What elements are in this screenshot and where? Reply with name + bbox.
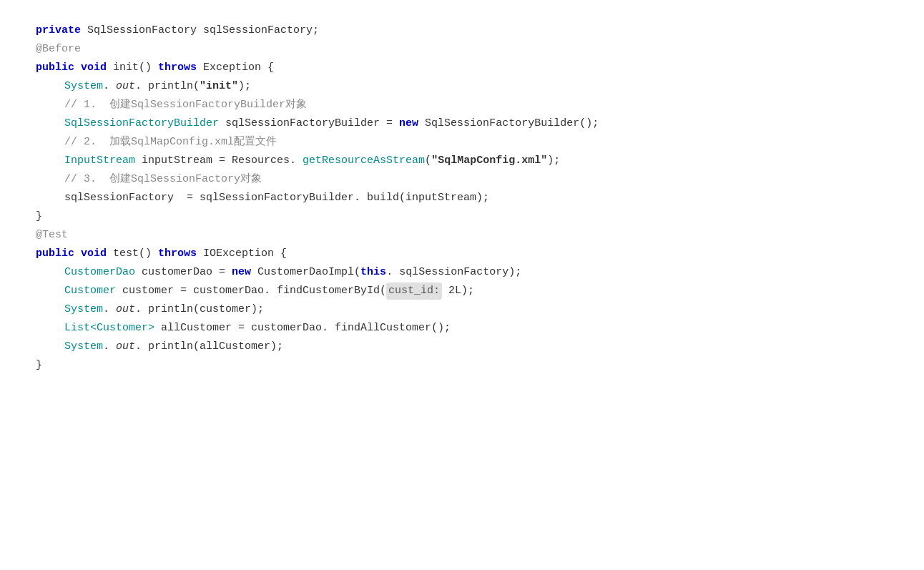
code-token: Customer: [64, 282, 116, 300]
code-token: (: [425, 152, 431, 169]
code-token: // 3. 创建SqlSessionFactory对象: [64, 171, 262, 188]
code-token: sqlSessionFactory;: [203, 22, 319, 39]
code-viewer: private SqlSessionFactory sqlSessionFact…: [21, 14, 924, 570]
code-token: new: [399, 115, 418, 132]
code-line: Customer customer = customerDao. findCus…: [36, 282, 924, 300]
code-token: CustomerDao: [64, 264, 135, 281]
code-token: System: [64, 338, 103, 355]
code-token: void: [81, 59, 107, 77]
code-token: Exception {: [197, 59, 274, 77]
code-token: . sqlSessionFactory);: [386, 264, 521, 281]
code-line: private SqlSessionFactory sqlSessionFact…: [36, 21, 924, 40]
code-line: @Before: [36, 40, 924, 59]
code-line: public void init() throws Exception {: [36, 59, 924, 77]
code-line: List<Customer> allCustomer = customerDao…: [36, 319, 924, 338]
code-token: throws: [158, 59, 197, 77]
code-token: List<Customer>: [64, 320, 154, 337]
code-token: SqlSessionFactoryBuilder: [64, 115, 219, 132]
code-token: out: [116, 78, 135, 95]
code-line: // 3. 创建SqlSessionFactory对象: [36, 170, 924, 189]
code-line: System. out. println("init");: [36, 77, 924, 96]
code-token: }: [36, 357, 42, 374]
code-line: // 1. 创建SqlSessionFactoryBuilder对象: [36, 96, 924, 114]
code-token: . println(customer);: [135, 301, 264, 318]
code-token: allCustomer = customerDao. findAllCustom…: [154, 320, 451, 337]
code-line: System. out. println(customer);: [36, 300, 924, 319]
code-token: [74, 245, 81, 262]
code-token: public: [36, 245, 74, 262]
code-token: CustomerDaoImpl(: [251, 264, 360, 281]
code-token: .: [103, 338, 116, 355]
code-token: customer = customerDao. findCustomerById…: [116, 282, 386, 300]
code-token: void: [81, 245, 107, 262]
code-line: SqlSessionFactoryBuilder sqlSessionFacto…: [36, 114, 924, 133]
code-line: @Test: [36, 226, 924, 245]
code-token: // 2. 加载SqlMapConfig.xml配置文件: [64, 134, 277, 151]
code-token: SqlSessionFactory: [81, 22, 203, 39]
code-token: "SqlMapConfig.xml": [431, 152, 547, 169]
code-line: }: [36, 207, 924, 226]
code-token: "init": [200, 78, 238, 95]
code-token: new: [232, 264, 251, 281]
code-token: . println(allCustomer);: [135, 338, 283, 355]
code-token: customerDao =: [135, 264, 232, 281]
code-line: }: [36, 356, 924, 375]
code-line: CustomerDao customerDao = new CustomerDa…: [36, 263, 924, 282]
code-token: }: [36, 208, 42, 225]
code-token: out: [116, 301, 135, 318]
code-token: InputStream: [64, 152, 135, 169]
code-token: SqlSessionFactoryBuilder();: [418, 115, 599, 132]
code-line: sqlSessionFactory = sqlSessionFactoryBui…: [36, 189, 924, 207]
code-token: sqlSessionFactory = sqlSessionFactoryBui…: [64, 190, 489, 207]
code-token: System: [64, 301, 103, 318]
code-token: System: [64, 78, 103, 95]
code-token: );: [238, 78, 251, 95]
code-token: // 1. 创建SqlSessionFactoryBuilder对象: [64, 97, 307, 114]
code-token: 2L);: [442, 282, 474, 300]
code-token: . println(: [135, 78, 200, 95]
code-token: throws: [158, 245, 197, 262]
code-line: public void test() throws IOException {: [36, 245, 924, 263]
code-token: .: [103, 301, 116, 318]
code-token: @Test: [36, 227, 68, 244]
code-token: cust_id:: [386, 282, 442, 300]
code-token: sqlSessionFactoryBuilder =: [219, 115, 399, 132]
code-token: getResourceAsStream: [303, 152, 425, 169]
code-token: [74, 59, 81, 77]
code-token: private: [36, 22, 81, 39]
code-token: inputStream = Resources.: [135, 152, 303, 169]
code-token: test(): [107, 245, 158, 262]
code-token: public: [36, 59, 74, 77]
code-line: // 2. 加载SqlMapConfig.xml配置文件: [36, 133, 924, 152]
code-token: .: [103, 78, 116, 95]
code-token: this: [360, 264, 386, 281]
code-token: @Before: [36, 41, 81, 58]
code-token: init(): [107, 59, 158, 77]
code-token: out: [116, 338, 135, 355]
code-token: );: [547, 152, 560, 169]
code-line: System. out. println(allCustomer);: [36, 338, 924, 356]
code-token: IOException {: [197, 245, 287, 262]
code-line: InputStream inputStream = Resources. get…: [36, 152, 924, 170]
